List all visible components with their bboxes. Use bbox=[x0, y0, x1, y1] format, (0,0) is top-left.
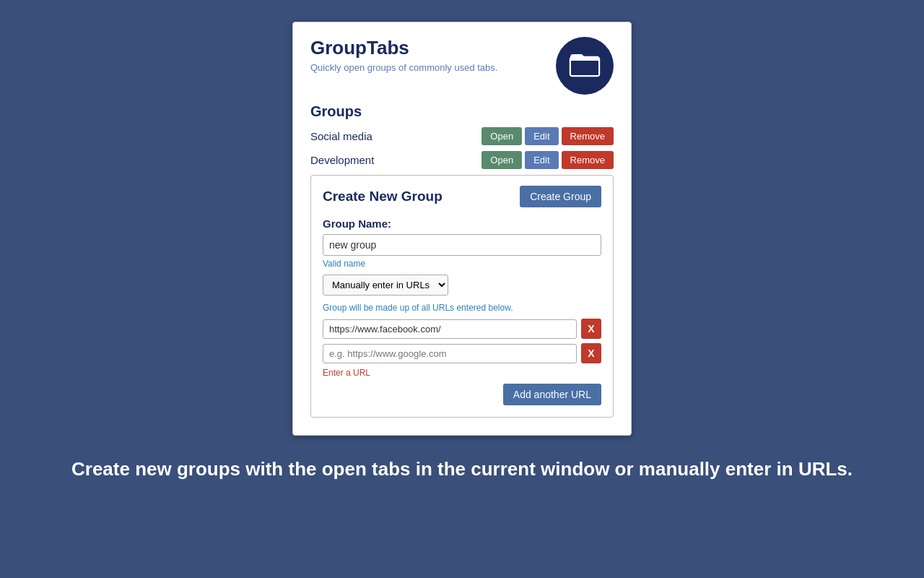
open-button-dev[interactable]: Open bbox=[481, 151, 522, 169]
add-another-url-button[interactable]: Add another URL bbox=[503, 384, 601, 405]
create-header: Create New Group Create Group bbox=[323, 186, 601, 207]
edit-button-dev[interactable]: Edit bbox=[525, 151, 558, 169]
url-mode-select[interactable]: Manually enter in URLs bbox=[323, 275, 448, 296]
group-name-label: Group Name: bbox=[323, 217, 601, 230]
url-info-highlight: all URLs bbox=[422, 303, 454, 313]
remove-url-2-button[interactable]: X bbox=[581, 343, 601, 363]
create-section: Create New Group Create Group Group Name… bbox=[310, 175, 614, 418]
remove-button-social[interactable]: Remove bbox=[562, 127, 614, 145]
url-row-2: X bbox=[323, 343, 601, 363]
url-row-1: X bbox=[323, 319, 601, 339]
create-group-button[interactable]: Create Group bbox=[520, 186, 601, 207]
create-section-title: Create New Group bbox=[323, 189, 443, 204]
url-input-2[interactable] bbox=[323, 344, 577, 363]
edit-button-social[interactable]: Edit bbox=[525, 127, 558, 145]
bottom-text: Create new groups with the open tabs in … bbox=[28, 456, 896, 482]
popup: GroupTabs Quickly open groups of commonl… bbox=[292, 22, 632, 436]
svg-rect-2 bbox=[570, 60, 599, 76]
logo-circle bbox=[556, 37, 614, 95]
group-name-dev: Development bbox=[310, 154, 481, 166]
url-input-1[interactable] bbox=[323, 319, 577, 339]
app-subtitle: Quickly open groups of commonly used tab… bbox=[310, 62, 497, 73]
remove-url-1-button[interactable]: X bbox=[581, 319, 601, 339]
remove-button-dev[interactable]: Remove bbox=[562, 151, 614, 169]
header-left: GroupTabs Quickly open groups of commonl… bbox=[310, 37, 497, 73]
url-info-before: Group will be made up of bbox=[323, 303, 422, 313]
valid-name-text: Valid name bbox=[323, 259, 601, 269]
url-info-text: Group will be made up of all URLs entere… bbox=[323, 303, 601, 313]
group-row-social: Social media Open Edit Remove bbox=[310, 127, 614, 145]
group-name-social: Social media bbox=[310, 130, 481, 142]
add-url-row: Add another URL bbox=[323, 384, 601, 405]
url-info-after: entered below. bbox=[454, 303, 513, 313]
logo-icon bbox=[569, 50, 601, 82]
enter-url-error: Enter a URL bbox=[323, 368, 601, 378]
app-title: GroupTabs bbox=[310, 37, 497, 59]
open-button-social[interactable]: Open bbox=[481, 127, 522, 145]
popup-wrapper: GroupTabs Quickly open groups of commonl… bbox=[292, 22, 632, 436]
groups-heading: Groups bbox=[310, 103, 614, 120]
header: GroupTabs Quickly open groups of commonl… bbox=[310, 37, 614, 95]
group-name-input[interactable] bbox=[323, 234, 601, 256]
group-row-dev: Development Open Edit Remove bbox=[310, 151, 614, 169]
